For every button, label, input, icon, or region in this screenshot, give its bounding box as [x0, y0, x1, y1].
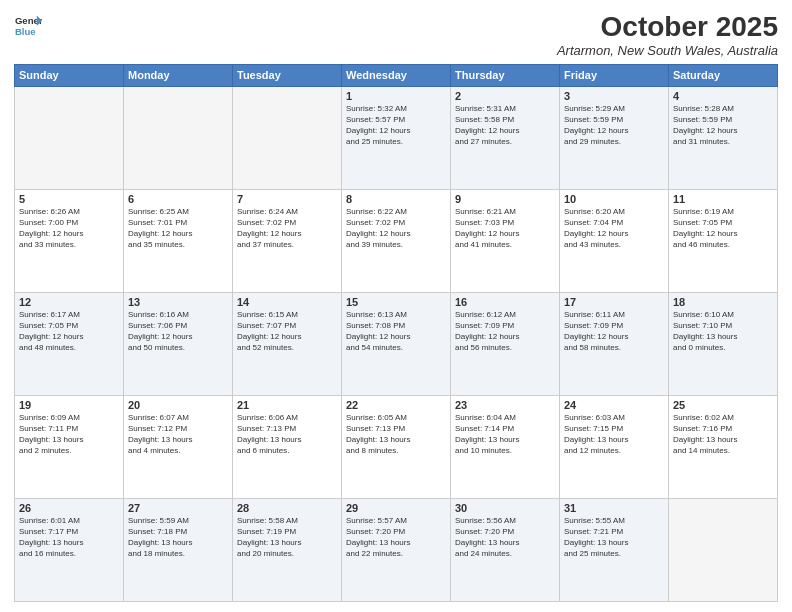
- calendar-cell: 21Sunrise: 6:06 AM Sunset: 7:13 PM Dayli…: [233, 395, 342, 498]
- day-info: Sunrise: 5:31 AM Sunset: 5:58 PM Dayligh…: [455, 103, 555, 148]
- col-monday: Monday: [124, 64, 233, 86]
- day-number: 13: [128, 296, 228, 308]
- calendar-cell: 4Sunrise: 5:28 AM Sunset: 5:59 PM Daylig…: [669, 86, 778, 189]
- day-number: 4: [673, 90, 773, 102]
- day-number: 6: [128, 193, 228, 205]
- col-saturday: Saturday: [669, 64, 778, 86]
- calendar-cell: 30Sunrise: 5:56 AM Sunset: 7:20 PM Dayli…: [451, 498, 560, 601]
- day-info: Sunrise: 6:20 AM Sunset: 7:04 PM Dayligh…: [564, 206, 664, 251]
- month-title: October 2025: [557, 12, 778, 43]
- calendar-cell: 6Sunrise: 6:25 AM Sunset: 7:01 PM Daylig…: [124, 189, 233, 292]
- day-number: 8: [346, 193, 446, 205]
- calendar-cell: [15, 86, 124, 189]
- calendar-cell: 14Sunrise: 6:15 AM Sunset: 7:07 PM Dayli…: [233, 292, 342, 395]
- day-info: Sunrise: 6:10 AM Sunset: 7:10 PM Dayligh…: [673, 309, 773, 354]
- day-info: Sunrise: 5:56 AM Sunset: 7:20 PM Dayligh…: [455, 515, 555, 560]
- day-number: 10: [564, 193, 664, 205]
- calendar-cell: 15Sunrise: 6:13 AM Sunset: 7:08 PM Dayli…: [342, 292, 451, 395]
- col-friday: Friday: [560, 64, 669, 86]
- calendar-cell: 18Sunrise: 6:10 AM Sunset: 7:10 PM Dayli…: [669, 292, 778, 395]
- calendar-cell: 24Sunrise: 6:03 AM Sunset: 7:15 PM Dayli…: [560, 395, 669, 498]
- calendar-cell: 22Sunrise: 6:05 AM Sunset: 7:13 PM Dayli…: [342, 395, 451, 498]
- page: General Blue October 2025 Artarmon, New …: [0, 0, 792, 612]
- calendar-cell: 25Sunrise: 6:02 AM Sunset: 7:16 PM Dayli…: [669, 395, 778, 498]
- day-number: 14: [237, 296, 337, 308]
- calendar-header-row: Sunday Monday Tuesday Wednesday Thursday…: [15, 64, 778, 86]
- calendar-cell: 8Sunrise: 6:22 AM Sunset: 7:02 PM Daylig…: [342, 189, 451, 292]
- day-info: Sunrise: 6:24 AM Sunset: 7:02 PM Dayligh…: [237, 206, 337, 251]
- calendar-table: Sunday Monday Tuesday Wednesday Thursday…: [14, 64, 778, 602]
- day-info: Sunrise: 6:16 AM Sunset: 7:06 PM Dayligh…: [128, 309, 228, 354]
- day-number: 23: [455, 399, 555, 411]
- day-number: 21: [237, 399, 337, 411]
- day-info: Sunrise: 6:01 AM Sunset: 7:17 PM Dayligh…: [19, 515, 119, 560]
- day-info: Sunrise: 6:11 AM Sunset: 7:09 PM Dayligh…: [564, 309, 664, 354]
- calendar-cell: 29Sunrise: 5:57 AM Sunset: 7:20 PM Dayli…: [342, 498, 451, 601]
- calendar-cell: [669, 498, 778, 601]
- day-number: 19: [19, 399, 119, 411]
- calendar-cell: 7Sunrise: 6:24 AM Sunset: 7:02 PM Daylig…: [233, 189, 342, 292]
- day-info: Sunrise: 5:57 AM Sunset: 7:20 PM Dayligh…: [346, 515, 446, 560]
- header: General Blue October 2025 Artarmon, New …: [14, 12, 778, 58]
- day-info: Sunrise: 6:06 AM Sunset: 7:13 PM Dayligh…: [237, 412, 337, 457]
- day-number: 7: [237, 193, 337, 205]
- day-info: Sunrise: 6:09 AM Sunset: 7:11 PM Dayligh…: [19, 412, 119, 457]
- day-info: Sunrise: 5:59 AM Sunset: 7:18 PM Dayligh…: [128, 515, 228, 560]
- day-info: Sunrise: 6:15 AM Sunset: 7:07 PM Dayligh…: [237, 309, 337, 354]
- calendar-cell: 19Sunrise: 6:09 AM Sunset: 7:11 PM Dayli…: [15, 395, 124, 498]
- calendar-cell: 20Sunrise: 6:07 AM Sunset: 7:12 PM Dayli…: [124, 395, 233, 498]
- day-number: 9: [455, 193, 555, 205]
- calendar-cell: [124, 86, 233, 189]
- calendar-cell: 3Sunrise: 5:29 AM Sunset: 5:59 PM Daylig…: [560, 86, 669, 189]
- calendar-cell: 2Sunrise: 5:31 AM Sunset: 5:58 PM Daylig…: [451, 86, 560, 189]
- day-number: 28: [237, 502, 337, 514]
- calendar-cell: 9Sunrise: 6:21 AM Sunset: 7:03 PM Daylig…: [451, 189, 560, 292]
- day-number: 31: [564, 502, 664, 514]
- day-info: Sunrise: 6:19 AM Sunset: 7:05 PM Dayligh…: [673, 206, 773, 251]
- calendar-week-1: 1Sunrise: 5:32 AM Sunset: 5:57 PM Daylig…: [15, 86, 778, 189]
- day-number: 2: [455, 90, 555, 102]
- day-info: Sunrise: 5:58 AM Sunset: 7:19 PM Dayligh…: [237, 515, 337, 560]
- day-info: Sunrise: 6:05 AM Sunset: 7:13 PM Dayligh…: [346, 412, 446, 457]
- calendar-cell: 23Sunrise: 6:04 AM Sunset: 7:14 PM Dayli…: [451, 395, 560, 498]
- calendar-cell: 10Sunrise: 6:20 AM Sunset: 7:04 PM Dayli…: [560, 189, 669, 292]
- day-number: 29: [346, 502, 446, 514]
- day-number: 11: [673, 193, 773, 205]
- logo: General Blue: [14, 12, 42, 40]
- calendar-cell: 11Sunrise: 6:19 AM Sunset: 7:05 PM Dayli…: [669, 189, 778, 292]
- day-info: Sunrise: 5:29 AM Sunset: 5:59 PM Dayligh…: [564, 103, 664, 148]
- day-number: 12: [19, 296, 119, 308]
- day-info: Sunrise: 6:22 AM Sunset: 7:02 PM Dayligh…: [346, 206, 446, 251]
- day-number: 17: [564, 296, 664, 308]
- calendar-week-5: 26Sunrise: 6:01 AM Sunset: 7:17 PM Dayli…: [15, 498, 778, 601]
- svg-text:Blue: Blue: [15, 26, 36, 37]
- calendar-cell: 1Sunrise: 5:32 AM Sunset: 5:57 PM Daylig…: [342, 86, 451, 189]
- col-tuesday: Tuesday: [233, 64, 342, 86]
- day-number: 24: [564, 399, 664, 411]
- day-info: Sunrise: 6:13 AM Sunset: 7:08 PM Dayligh…: [346, 309, 446, 354]
- calendar-cell: 5Sunrise: 6:26 AM Sunset: 7:00 PM Daylig…: [15, 189, 124, 292]
- calendar-cell: 26Sunrise: 6:01 AM Sunset: 7:17 PM Dayli…: [15, 498, 124, 601]
- calendar-cell: 16Sunrise: 6:12 AM Sunset: 7:09 PM Dayli…: [451, 292, 560, 395]
- calendar-cell: 12Sunrise: 6:17 AM Sunset: 7:05 PM Dayli…: [15, 292, 124, 395]
- day-number: 3: [564, 90, 664, 102]
- title-block: October 2025 Artarmon, New South Wales, …: [557, 12, 778, 58]
- day-number: 26: [19, 502, 119, 514]
- day-info: Sunrise: 6:26 AM Sunset: 7:00 PM Dayligh…: [19, 206, 119, 251]
- calendar-cell: 31Sunrise: 5:55 AM Sunset: 7:21 PM Dayli…: [560, 498, 669, 601]
- calendar-cell: 13Sunrise: 6:16 AM Sunset: 7:06 PM Dayli…: [124, 292, 233, 395]
- day-info: Sunrise: 6:04 AM Sunset: 7:14 PM Dayligh…: [455, 412, 555, 457]
- day-info: Sunrise: 6:12 AM Sunset: 7:09 PM Dayligh…: [455, 309, 555, 354]
- day-info: Sunrise: 5:32 AM Sunset: 5:57 PM Dayligh…: [346, 103, 446, 148]
- logo-icon: General Blue: [14, 12, 42, 40]
- day-number: 1: [346, 90, 446, 102]
- day-number: 22: [346, 399, 446, 411]
- calendar-week-3: 12Sunrise: 6:17 AM Sunset: 7:05 PM Dayli…: [15, 292, 778, 395]
- day-info: Sunrise: 6:17 AM Sunset: 7:05 PM Dayligh…: [19, 309, 119, 354]
- day-number: 5: [19, 193, 119, 205]
- calendar-cell: [233, 86, 342, 189]
- col-thursday: Thursday: [451, 64, 560, 86]
- day-info: Sunrise: 6:03 AM Sunset: 7:15 PM Dayligh…: [564, 412, 664, 457]
- day-number: 16: [455, 296, 555, 308]
- day-number: 15: [346, 296, 446, 308]
